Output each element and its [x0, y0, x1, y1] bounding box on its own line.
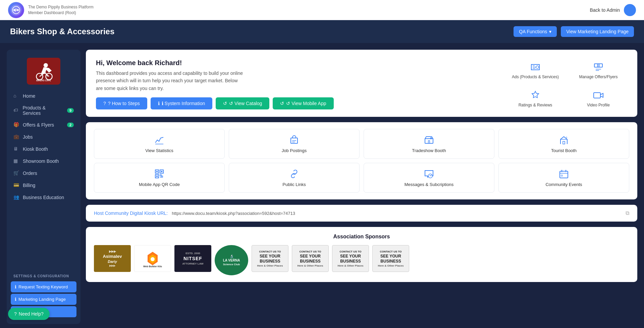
quick-link-offers[interactable]: Manage Offers/Flyers [570, 59, 627, 82]
svg-rect-11 [598, 64, 602, 67]
marketing-landing-label: Marketing Landing Page [18, 297, 66, 302]
host-url-card: Host Community Digital Kiosk URL: https:… [86, 205, 637, 222]
nav-right: Back to Admin [590, 4, 636, 16]
svg-point-9 [536, 66, 539, 68]
svg-text:Web Builder Kits: Web Builder Kits [143, 265, 162, 268]
sidebar-item-showroom[interactable]: ▦ Showroom Booth [7, 155, 80, 167]
sponsor-nitsef[interactable]: ESTD. 2000 NITSEF ATTORNEY LAW [174, 245, 211, 272]
tourist-booth-label: Tourist Booth [551, 148, 577, 153]
svg-rect-18 [156, 171, 158, 172]
feature-tourist-booth[interactable]: Tourist Booth [498, 129, 629, 159]
need-help-label: Need Help? [19, 311, 44, 317]
ratings-label: Ratings & Reviews [519, 103, 552, 107]
sponsors-title: Association Sponsors [94, 234, 629, 240]
svg-point-4 [17, 9, 19, 11]
view-statistics-label: View Statistics [145, 148, 173, 153]
nav-left: P The Demo Pippily Business Platform Mem… [8, 2, 94, 18]
avatar[interactable] [624, 4, 636, 16]
content-area: Hi, Welcome back Richard! This dashboard… [86, 50, 637, 324]
business-logo: BIKERS CAFE [27, 58, 60, 85]
sponsor-see3[interactable]: CONTACT US TO SEE YOUR BUSINESS Here & O… [332, 245, 369, 272]
copy-icon[interactable]: ⧉ [626, 210, 629, 216]
feature-job-postings[interactable]: Job Postings [229, 129, 360, 159]
sidebar-logo-area: BIKERS CAFE [7, 55, 80, 90]
sidebar-navigation: ⌂ Home 🏷 Products & Services 9 🎁 Offers … [7, 90, 80, 270]
request-texting-label: Request Texting Keyword [18, 284, 68, 289]
quick-link-ads[interactable]: Ads (Products & Services) [506, 59, 564, 82]
refresh-icon2: ↺ [280, 101, 284, 106]
quick-link-ratings[interactable]: Ratings & Reviews [506, 87, 564, 110]
home-icon: ⌂ [13, 93, 19, 99]
svg-rect-12 [594, 93, 600, 98]
how-to-steps-button[interactable]: ? ? How to Steps [96, 97, 147, 109]
svg-point-3 [13, 9, 15, 11]
sidebar-item-label: Kiosk Booth [23, 146, 48, 152]
sidebar-item-billing[interactable]: 💳 Billing [7, 179, 80, 191]
welcome-description: This dashboard provides you access and c… [96, 69, 244, 92]
feature-messages[interactable]: Messages & Subcriptions [364, 163, 494, 193]
svg-rect-16 [563, 141, 565, 144]
info-icon2: ℹ [15, 297, 16, 302]
sidebar-item-kiosk[interactable]: 🖥 Kiosk Booth [7, 143, 80, 155]
sidebar-item-products[interactable]: 🏷 Products & Services 9 [7, 102, 80, 119]
svg-text:BIKERS CAFE: BIKERS CAFE [36, 79, 51, 82]
host-url-label: Host Community Digital Kiosk URL: [94, 210, 168, 216]
page-header: Bikers Shop & Accessories QA Functions ▾… [0, 20, 644, 43]
view-catalog-button[interactable]: ↺ ↺ View Catalog [216, 97, 269, 109]
sidebar-item-orders[interactable]: 🛒 Orders [7, 167, 80, 179]
system-info-button[interactable]: ℹ ℹ System Information [151, 97, 213, 109]
feature-community-events[interactable]: Community Events [498, 163, 629, 193]
sidebar-item-education[interactable]: 👥 Business Education [7, 191, 80, 203]
sidebar-item-home[interactable]: ⌂ Home [7, 90, 80, 102]
gift-icon: 🎁 [13, 122, 19, 128]
need-help-button[interactable]: ? Need Help? [8, 308, 50, 320]
feature-mobile-app-qr[interactable]: Mobile App QR Code [94, 163, 225, 193]
monitor-icon: 🖥 [13, 146, 19, 152]
cart-icon: 🛒 [13, 170, 19, 176]
ads-label: Ads (Products & Services) [512, 75, 559, 79]
top-navigation: P The Demo Pippily Business Platform Mem… [0, 0, 644, 20]
sidebar-item-label: Products & Services [22, 105, 63, 116]
education-icon: 👥 [13, 194, 19, 200]
svg-point-27 [151, 257, 155, 261]
sponsor-see2[interactable]: CONTACT US TO SEE YOUR BUSINESS Here & O… [292, 245, 329, 272]
sidebar-item-offers[interactable]: 🎁 Offers & Flyers 2 [7, 119, 80, 131]
svg-text:P: P [15, 8, 17, 13]
community-events-label: Community Events [545, 182, 582, 187]
how-to-steps-label: ? How to Steps [108, 101, 140, 106]
question-circle-icon: ? [14, 311, 17, 317]
back-to-admin-button[interactable]: Back to Admin [590, 7, 620, 13]
sidebar-item-label: Showroom Booth [23, 158, 59, 164]
feature-tradeshow-booth[interactable]: Tradeshow Booth [364, 129, 494, 159]
quick-link-video[interactable]: Video Profile [570, 87, 627, 110]
sponsor-see1[interactable]: CONTACT US TO SEE YOUR BUSINESS Here & O… [252, 245, 288, 272]
sponsor-see4[interactable]: CONTACT US TO SEE YOUR BUSINESS Here & O… [372, 245, 409, 272]
sidebar-item-jobs[interactable]: 💼 Jobs [7, 131, 80, 143]
view-mobile-app-button[interactable]: ↺ ↺ View Mobile App [273, 97, 333, 109]
system-info-label: ℹ System Information [162, 101, 205, 106]
page-title: Bikers Shop & Accessories [10, 27, 114, 36]
feature-public-links[interactable]: Public Links [229, 163, 360, 193]
svg-rect-22 [156, 176, 158, 177]
view-marketing-button[interactable]: View Marketing Landing Page [561, 26, 634, 37]
sponsor-onno[interactable]: Web Builder Kits [134, 245, 171, 272]
sidebar-item-label: Jobs [23, 134, 33, 140]
sponsors-row: ▶▶▶ Asimalev Dariy ▶▶▶ Web Builder Kits [94, 245, 629, 275]
messages-label: Messages & Subcriptions [405, 182, 454, 187]
platform-line2: Member Dashboard (Root) [28, 10, 94, 16]
sidebar-item-label: Offers & Flyers [23, 122, 54, 128]
header-actions: QA Functions ▾ View Marketing Landing Pa… [514, 26, 634, 37]
tradeshow-booth-label: Tradeshow Booth [412, 148, 446, 153]
platform-description: The Demo Pippily Business Platform Membe… [28, 4, 94, 16]
feature-view-statistics[interactable]: View Statistics [94, 129, 225, 159]
showroom-icon: ▦ [13, 158, 19, 164]
features-card: View Statistics Job Postings [86, 122, 637, 199]
video-label: Video Profile [587, 103, 610, 107]
sponsor-laverna[interactable]: 🔬 LA VERNA Science Club [215, 245, 248, 275]
request-texting-button[interactable]: ℹ Request Texting Keyword [11, 281, 76, 292]
sponsor-asimaley[interactable]: ▶▶▶ Asimalev Dariy ▶▶▶ [94, 245, 131, 272]
marketing-landing-button[interactable]: ℹ Marketing Landing Page [11, 294, 76, 305]
qa-functions-button[interactable]: QA Functions ▾ [514, 26, 557, 37]
settings-label: SETTINGS & CONFIGURATION [7, 270, 80, 280]
svg-rect-10 [594, 64, 599, 67]
